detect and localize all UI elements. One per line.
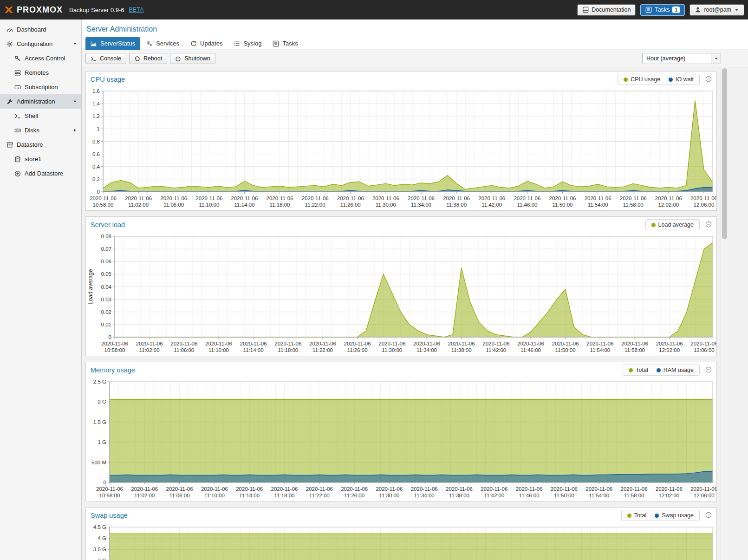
svg-text:11:54:00: 11:54:00 bbox=[590, 347, 610, 353]
legend-dot-green bbox=[624, 78, 628, 82]
svg-text:2020-11-06: 2020-11-06 bbox=[302, 195, 329, 201]
legend-dot-blue bbox=[669, 78, 673, 82]
sidebar-item-remotes[interactable]: Remotes bbox=[0, 65, 81, 80]
user-label: root@pam bbox=[704, 7, 731, 13]
tab-label: Services bbox=[156, 40, 179, 47]
expander-down-icon[interactable] bbox=[72, 99, 78, 104]
shutdown-button[interactable]: Shutdown bbox=[170, 53, 215, 64]
scrollbar-thumb[interactable] bbox=[722, 68, 727, 239]
proxmox-x-icon bbox=[4, 5, 14, 15]
svg-text:2020-11-06: 2020-11-06 bbox=[195, 195, 222, 201]
svg-text:0.4: 0.4 bbox=[92, 164, 100, 169]
user-menu-button[interactable]: root@pam bbox=[689, 4, 744, 16]
svg-text:2020-11-06: 2020-11-06 bbox=[446, 486, 473, 492]
sidebar-item-disks[interactable]: Disks bbox=[0, 123, 81, 137]
svg-text:2020-11-06: 2020-11-06 bbox=[125, 195, 152, 201]
svg-text:2020-11-06: 2020-11-06 bbox=[690, 341, 716, 346]
legend-dot-blue bbox=[657, 368, 661, 372]
tab-tasks[interactable]: Tasks bbox=[267, 37, 303, 50]
panel-title: CPU usage bbox=[91, 76, 125, 83]
svg-text:2020-11-06: 2020-11-06 bbox=[376, 486, 403, 492]
sidebar-item-datastore[interactable]: Datastore bbox=[0, 137, 81, 152]
svg-text:11:14:00: 11:14:00 bbox=[243, 347, 264, 353]
beta-link[interactable]: BETA bbox=[129, 7, 144, 13]
legend-item-swap-usage[interactable]: Swap usage bbox=[655, 512, 694, 519]
svg-text:11:54:00: 11:54:00 bbox=[588, 202, 608, 208]
tasks-icon bbox=[645, 7, 652, 13]
top-header: PROXMOX Backup Server 0.9-6 BETA Documen… bbox=[0, 0, 748, 20]
timeframe-select[interactable]: Hour (average) bbox=[642, 53, 721, 64]
sidebar-item-add-datastore[interactable]: Add Datastore bbox=[0, 166, 81, 181]
svg-text:11:58:00: 11:58:00 bbox=[624, 493, 644, 498]
vertical-scrollbar[interactable] bbox=[721, 67, 728, 560]
chart-legend: Total RAM usage bbox=[623, 365, 700, 376]
legend-label: Load average bbox=[658, 221, 694, 228]
svg-text:2020-11-06: 2020-11-06 bbox=[586, 341, 613, 346]
book-icon bbox=[582, 7, 589, 13]
svg-text:2020-11-06: 2020-11-06 bbox=[656, 486, 683, 492]
legend-item-ram-usage[interactable]: RAM usage bbox=[657, 367, 694, 373]
tab-bar: ServerStatus Services Updates Syslog Tas… bbox=[82, 37, 748, 50]
sidebar-item-label: Shell bbox=[25, 112, 38, 119]
svg-text:12:06:00: 12:06:00 bbox=[694, 347, 715, 353]
sidebar-item-administration[interactable]: Administration bbox=[0, 94, 81, 109]
svg-text:2020-11-06: 2020-11-06 bbox=[621, 341, 648, 346]
svg-text:11:38:00: 11:38:00 bbox=[449, 493, 469, 498]
user-icon bbox=[695, 7, 701, 13]
tasks-button[interactable]: Tasks 1 bbox=[640, 4, 685, 16]
svg-text:11:46:00: 11:46:00 bbox=[517, 202, 537, 208]
svg-text:11:10:00: 11:10:00 bbox=[208, 347, 229, 353]
sidebar-item-dashboard[interactable]: Dashboard bbox=[0, 22, 81, 37]
svg-text:11:46:00: 11:46:00 bbox=[519, 493, 540, 498]
collapse-panel-button[interactable] bbox=[704, 511, 713, 520]
svg-text:11:54:00: 11:54:00 bbox=[589, 493, 609, 498]
sidebar-item-configuration[interactable]: Configuration bbox=[0, 37, 81, 51]
expander-right-icon[interactable] bbox=[72, 128, 78, 133]
cpu-usage-chart: 00.20.40.60.811.21.41.62020-11-0610:58:0… bbox=[86, 87, 716, 210]
collapse-panel-button[interactable] bbox=[704, 75, 713, 84]
reboot-button[interactable]: Reboot bbox=[129, 53, 167, 64]
tab-syslog[interactable]: Syslog bbox=[228, 37, 267, 50]
legend-item-io-wait[interactable]: IO wait bbox=[669, 76, 694, 83]
svg-text:11:06:00: 11:06:00 bbox=[169, 493, 190, 498]
legend-label: Total bbox=[634, 512, 646, 519]
collapse-panel-button[interactable] bbox=[704, 366, 713, 374]
legend-item-total[interactable]: Total bbox=[629, 367, 648, 373]
sidebar-item-access-control[interactable]: Access Control bbox=[0, 51, 81, 65]
collapse-panel-button[interactable] bbox=[704, 221, 713, 229]
svg-text:2020-11-06: 2020-11-06 bbox=[549, 195, 576, 201]
combo-trigger[interactable] bbox=[711, 53, 721, 64]
legend-item-cpu-usage[interactable]: CPU usage bbox=[624, 76, 660, 83]
tab-services[interactable]: Services bbox=[141, 37, 184, 50]
svg-text:10:58:00: 10:58:00 bbox=[104, 347, 125, 353]
tab-updates[interactable]: Updates bbox=[185, 37, 228, 50]
legend-item-total[interactable]: Total bbox=[627, 512, 646, 519]
sidebar-item-shell[interactable]: Shell bbox=[0, 109, 81, 123]
legend-item-load-average[interactable]: Load average bbox=[651, 221, 694, 228]
tasks-label: Tasks bbox=[655, 7, 670, 13]
svg-text:2020-11-06: 2020-11-06 bbox=[516, 486, 543, 492]
page-title: Server Administration bbox=[86, 25, 743, 33]
svg-text:0.02: 0.02 bbox=[101, 309, 111, 315]
svg-text:2020-11-06: 2020-11-06 bbox=[90, 195, 117, 201]
tab-serverstatus[interactable]: ServerStatus bbox=[85, 37, 140, 50]
documentation-button[interactable]: Documentation bbox=[577, 4, 636, 16]
expander-down-icon[interactable] bbox=[72, 41, 78, 46]
terminal-icon bbox=[14, 113, 21, 119]
svg-text:11:30:00: 11:30:00 bbox=[376, 202, 396, 208]
svg-text:2020-11-06: 2020-11-06 bbox=[552, 341, 579, 346]
svg-text:2020-11-06: 2020-11-06 bbox=[517, 341, 544, 346]
sidebar-item-store1[interactable]: store1 bbox=[0, 152, 81, 166]
svg-text:2020-11-06: 2020-11-06 bbox=[411, 486, 438, 492]
svg-text:11:58:00: 11:58:00 bbox=[623, 202, 644, 208]
svg-text:2 G: 2 G bbox=[98, 399, 106, 404]
console-label: Console bbox=[100, 55, 121, 62]
sidebar-item-subscription[interactable]: Subscription bbox=[0, 80, 81, 94]
svg-text:2020-11-06: 2020-11-06 bbox=[267, 195, 293, 201]
wrench-icon bbox=[7, 98, 13, 105]
list-alt-icon bbox=[273, 40, 279, 47]
server-load-panel: Server load Load average 00.010.020.030.… bbox=[85, 216, 717, 356]
console-button[interactable]: Console bbox=[85, 53, 126, 64]
chart-legend: Load average bbox=[645, 219, 700, 230]
svg-text:2020-11-06: 2020-11-06 bbox=[274, 341, 301, 346]
